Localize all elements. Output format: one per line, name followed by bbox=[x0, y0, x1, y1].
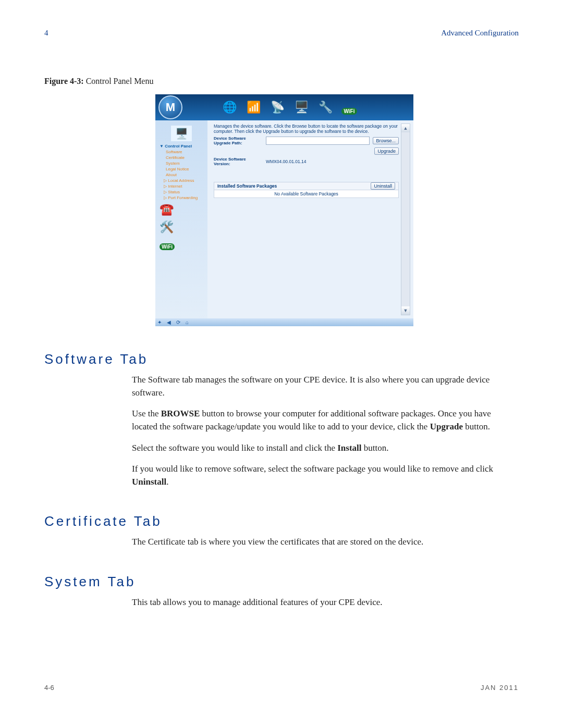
antenna-icon[interactable]: 📡 bbox=[269, 99, 286, 116]
page-number: 4 bbox=[44, 29, 48, 38]
footer-icon[interactable]: ⌂ bbox=[186, 319, 189, 325]
chapter-header: Advanced Configuration bbox=[441, 29, 519, 38]
certificate-tab-heading: Certificate Tab bbox=[44, 513, 519, 529]
packages-title: Installed Software Packages bbox=[214, 182, 368, 190]
phone-icon[interactable]: ☎️ bbox=[160, 203, 175, 218]
software-p2: Use the BROWSE button to browse your com… bbox=[132, 408, 519, 433]
screenshot-header: M 🌐 📶 📡 🖥️ 🔧 WiFi bbox=[155, 94, 413, 120]
footer-page-ref: 4-6 bbox=[44, 684, 54, 692]
sidebar-item-about[interactable]: About bbox=[156, 172, 206, 178]
sidebar-item-internet[interactable]: ▷ Internet bbox=[156, 183, 206, 189]
packages-table-header: Installed Software Packages Uninstall bbox=[214, 182, 399, 190]
upgrade-path-input[interactable] bbox=[266, 137, 370, 145]
globe-icon[interactable]: 🌐 bbox=[221, 99, 238, 116]
motorola-logo-icon: M bbox=[158, 95, 182, 119]
footer-icon[interactable]: ✦ bbox=[157, 319, 162, 325]
upgrade-button[interactable]: Upgrade bbox=[374, 147, 399, 155]
footer-icon[interactable]: ◀ bbox=[167, 319, 171, 325]
no-packages-row: No Available Software Packages bbox=[214, 190, 399, 198]
vertical-scrollbar[interactable]: ▲ ▼ bbox=[401, 124, 410, 315]
sidebar-item-system[interactable]: System bbox=[156, 161, 206, 166]
settings-icon[interactable]: 🔧 bbox=[317, 99, 334, 116]
header-nav-icons: 🌐 📶 📡 🖥️ 🔧 WiFi bbox=[221, 99, 358, 116]
sidebar-item-status[interactable]: ▷ Status bbox=[156, 189, 206, 195]
figure-caption-text: Control Panel Menu bbox=[86, 77, 154, 85]
scroll-up-icon[interactable]: ▲ bbox=[401, 124, 410, 132]
uninstall-button[interactable]: Uninstall bbox=[371, 182, 395, 190]
figure-caption-label: Figure 4-3: bbox=[44, 77, 84, 85]
sidebar-item-local-address[interactable]: ▷ Local Address bbox=[156, 178, 206, 183]
footer-icon[interactable]: ⟳ bbox=[176, 319, 180, 325]
sidebar: 🖥️ ▼ Control Panel Software Certificate … bbox=[155, 120, 207, 318]
main-content: Manages the device software. Click the B… bbox=[207, 120, 413, 318]
system-p1: This tab allows you to manage additional… bbox=[132, 596, 519, 609]
system-tab-heading: System Tab bbox=[44, 574, 519, 590]
footer-date: JAN 2011 bbox=[481, 684, 519, 692]
software-p1: The Software tab manages the software on… bbox=[132, 374, 519, 399]
screenshot-footer: ✦ ◀ ⟳ ⌂ bbox=[155, 318, 413, 326]
sidebar-item-control-panel[interactable]: ▼ Control Panel bbox=[156, 143, 206, 149]
signal-icon[interactable]: 📶 bbox=[245, 99, 262, 116]
software-version-value: WMX04.00.01.01.14 bbox=[266, 159, 307, 164]
software-p3: Select the software you would like to in… bbox=[132, 442, 519, 455]
sidebar-item-port-forwarding[interactable]: ▷ Port Forwarding bbox=[156, 195, 206, 201]
monitor-icon: 🖥️ bbox=[171, 126, 192, 141]
figure-caption: Figure 4-3: Control Panel Menu bbox=[44, 77, 519, 86]
software-tab-heading: Software Tab bbox=[44, 351, 519, 367]
software-desc: Manages the device software. Click the B… bbox=[214, 124, 399, 134]
sidebar-item-software[interactable]: Software bbox=[156, 149, 206, 155]
wifi-icon[interactable]: WiFi bbox=[341, 99, 358, 116]
certificate-p1: The Certificate tab is where you view th… bbox=[132, 536, 519, 549]
sidebar-item-legal-notice[interactable]: Legal Notice bbox=[156, 166, 206, 172]
upgrade-path-label: Device Software Upgrade Path: bbox=[214, 136, 263, 145]
software-p4: If you would like to remove software, se… bbox=[132, 463, 519, 488]
scroll-down-icon[interactable]: ▼ bbox=[401, 306, 410, 315]
control-panel-screenshot: M 🌐 📶 📡 🖥️ 🔧 WiFi 🖥️ ▼ Control Panel Sof… bbox=[155, 94, 413, 326]
monitor-icon[interactable]: 🖥️ bbox=[293, 99, 310, 116]
wifi-icon[interactable]: WiFi bbox=[160, 238, 175, 254]
browse-button[interactable]: Browse... bbox=[373, 137, 399, 144]
tools-icon[interactable]: 🛠️ bbox=[160, 220, 175, 236]
sidebar-item-certificate[interactable]: Certificate bbox=[156, 155, 206, 161]
software-version-label: Device Software Version: bbox=[214, 157, 263, 166]
